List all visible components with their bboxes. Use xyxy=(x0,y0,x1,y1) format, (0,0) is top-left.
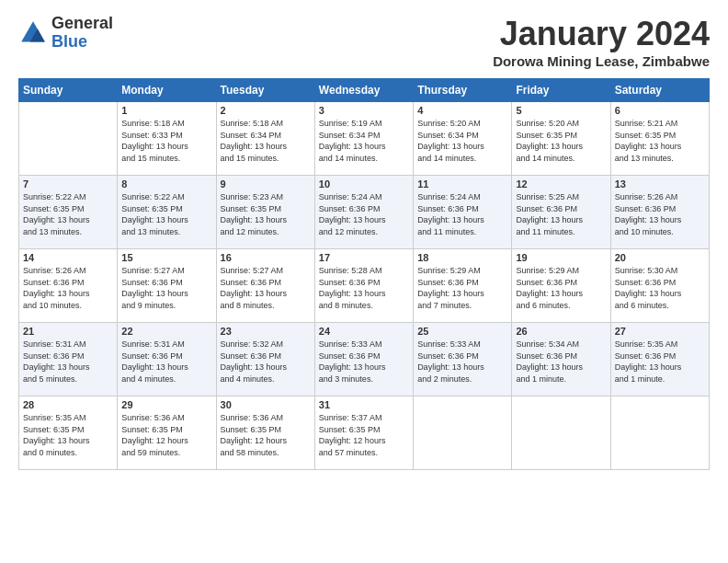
calendar-cell: 29Sunrise: 5:36 AM Sunset: 6:35 PM Dayli… xyxy=(118,396,216,470)
day-info: Sunrise: 5:18 AM Sunset: 6:34 PM Dayligh… xyxy=(221,118,311,164)
calendar-cell xyxy=(414,396,512,470)
calendar-cell: 7Sunrise: 5:22 AM Sunset: 6:35 PM Daylig… xyxy=(19,176,118,249)
header-tuesday: Tuesday xyxy=(216,79,314,102)
calendar-cell: 4Sunrise: 5:20 AM Sunset: 6:34 PM Daylig… xyxy=(414,102,512,176)
day-info: Sunrise: 5:33 AM Sunset: 6:36 PM Dayligh… xyxy=(417,339,507,385)
calendar-cell xyxy=(512,396,610,470)
calendar-table: Sunday Monday Tuesday Wednesday Thursday… xyxy=(18,78,710,470)
calendar-cell: 17Sunrise: 5:28 AM Sunset: 6:36 PM Dayli… xyxy=(314,249,413,323)
month-title: January 2024 xyxy=(493,15,710,53)
day-info: Sunrise: 5:29 AM Sunset: 6:36 PM Dayligh… xyxy=(516,265,606,311)
day-number: 13 xyxy=(615,178,705,190)
day-number: 1 xyxy=(121,105,211,116)
logo-blue-text: Blue xyxy=(51,33,113,52)
calendar-cell: 21Sunrise: 5:31 AM Sunset: 6:36 PM Dayli… xyxy=(19,323,118,396)
day-number: 19 xyxy=(516,252,606,263)
calendar-week-1: 1Sunrise: 5:18 AM Sunset: 6:33 PM Daylig… xyxy=(19,102,710,176)
header-monday: Monday xyxy=(118,79,216,102)
day-number: 23 xyxy=(221,326,311,337)
calendar-cell: 16Sunrise: 5:27 AM Sunset: 6:36 PM Dayli… xyxy=(216,249,314,323)
day-info: Sunrise: 5:21 AM Sunset: 6:35 PM Dayligh… xyxy=(615,118,705,164)
day-info: Sunrise: 5:22 AM Sunset: 6:35 PM Dayligh… xyxy=(121,191,211,237)
day-number: 24 xyxy=(319,326,409,337)
day-number: 4 xyxy=(417,105,507,116)
day-number: 15 xyxy=(121,252,211,263)
calendar-week-5: 28Sunrise: 5:35 AM Sunset: 6:35 PM Dayli… xyxy=(19,396,710,470)
day-number: 14 xyxy=(23,252,113,263)
day-info: Sunrise: 5:34 AM Sunset: 6:36 PM Dayligh… xyxy=(516,339,606,385)
calendar-cell: 9Sunrise: 5:23 AM Sunset: 6:35 PM Daylig… xyxy=(216,176,314,249)
header-thursday: Thursday xyxy=(414,79,512,102)
header: General Blue January 2024 Dorowa Mining … xyxy=(18,15,710,69)
day-number: 22 xyxy=(121,326,211,337)
calendar-cell: 13Sunrise: 5:26 AM Sunset: 6:36 PM Dayli… xyxy=(610,176,709,249)
day-info: Sunrise: 5:18 AM Sunset: 6:33 PM Dayligh… xyxy=(121,118,211,164)
calendar-cell: 19Sunrise: 5:29 AM Sunset: 6:36 PM Dayli… xyxy=(512,249,610,323)
day-number: 11 xyxy=(417,178,507,190)
logo-text: General Blue xyxy=(51,15,113,52)
logo-general-text: General xyxy=(51,15,113,33)
day-info: Sunrise: 5:25 AM Sunset: 6:36 PM Dayligh… xyxy=(516,191,606,237)
logo: General Blue xyxy=(18,15,113,52)
calendar-cell: 30Sunrise: 5:36 AM Sunset: 6:35 PM Dayli… xyxy=(216,396,314,470)
day-info: Sunrise: 5:35 AM Sunset: 6:36 PM Dayligh… xyxy=(615,339,705,385)
day-number: 28 xyxy=(23,399,113,410)
day-info: Sunrise: 5:30 AM Sunset: 6:36 PM Dayligh… xyxy=(615,265,705,311)
day-info: Sunrise: 5:33 AM Sunset: 6:36 PM Dayligh… xyxy=(319,339,409,385)
day-number: 8 xyxy=(121,178,211,190)
calendar-cell: 22Sunrise: 5:31 AM Sunset: 6:36 PM Dayli… xyxy=(118,323,216,396)
day-info: Sunrise: 5:24 AM Sunset: 6:36 PM Dayligh… xyxy=(319,191,409,237)
day-info: Sunrise: 5:24 AM Sunset: 6:36 PM Dayligh… xyxy=(417,191,507,237)
day-info: Sunrise: 5:29 AM Sunset: 6:36 PM Dayligh… xyxy=(417,265,507,311)
day-number: 18 xyxy=(417,252,507,263)
day-number: 31 xyxy=(319,399,409,410)
calendar-cell: 14Sunrise: 5:26 AM Sunset: 6:36 PM Dayli… xyxy=(19,249,118,323)
calendar-cell: 31Sunrise: 5:37 AM Sunset: 6:35 PM Dayli… xyxy=(314,396,413,470)
calendar-cell: 23Sunrise: 5:32 AM Sunset: 6:36 PM Dayli… xyxy=(216,323,314,396)
title-block: January 2024 Dorowa Mining Lease, Zimbab… xyxy=(493,15,710,69)
calendar-cell: 8Sunrise: 5:22 AM Sunset: 6:35 PM Daylig… xyxy=(118,176,216,249)
calendar-cell: 12Sunrise: 5:25 AM Sunset: 6:36 PM Dayli… xyxy=(512,176,610,249)
day-number: 5 xyxy=(516,105,606,116)
page: General Blue January 2024 Dorowa Mining … xyxy=(0,0,728,563)
calendar-cell: 25Sunrise: 5:33 AM Sunset: 6:36 PM Dayli… xyxy=(414,323,512,396)
day-number: 2 xyxy=(221,105,311,116)
day-info: Sunrise: 5:28 AM Sunset: 6:36 PM Dayligh… xyxy=(319,265,409,311)
day-info: Sunrise: 5:23 AM Sunset: 6:35 PM Dayligh… xyxy=(221,191,311,237)
day-info: Sunrise: 5:36 AM Sunset: 6:35 PM Dayligh… xyxy=(221,412,311,458)
header-saturday: Saturday xyxy=(610,79,709,102)
day-info: Sunrise: 5:20 AM Sunset: 6:34 PM Dayligh… xyxy=(417,118,507,164)
day-info: Sunrise: 5:32 AM Sunset: 6:36 PM Dayligh… xyxy=(221,339,311,385)
day-number: 21 xyxy=(23,326,113,337)
calendar-cell: 1Sunrise: 5:18 AM Sunset: 6:33 PM Daylig… xyxy=(118,102,216,176)
day-number: 26 xyxy=(516,326,606,337)
day-number: 12 xyxy=(516,178,606,190)
calendar-cell: 27Sunrise: 5:35 AM Sunset: 6:36 PM Dayli… xyxy=(610,323,709,396)
day-number: 27 xyxy=(615,326,705,337)
day-number: 6 xyxy=(615,105,705,116)
header-sunday: Sunday xyxy=(19,79,118,102)
header-wednesday: Wednesday xyxy=(314,79,413,102)
calendar-cell: 24Sunrise: 5:33 AM Sunset: 6:36 PM Dayli… xyxy=(314,323,413,396)
calendar-cell xyxy=(19,102,118,176)
day-info: Sunrise: 5:26 AM Sunset: 6:36 PM Dayligh… xyxy=(23,265,113,311)
day-info: Sunrise: 5:27 AM Sunset: 6:36 PM Dayligh… xyxy=(221,265,311,311)
day-info: Sunrise: 5:20 AM Sunset: 6:35 PM Dayligh… xyxy=(516,118,606,164)
day-info: Sunrise: 5:31 AM Sunset: 6:36 PM Dayligh… xyxy=(23,339,113,385)
day-number: 7 xyxy=(23,178,113,190)
calendar-cell: 18Sunrise: 5:29 AM Sunset: 6:36 PM Dayli… xyxy=(414,249,512,323)
header-row: Sunday Monday Tuesday Wednesday Thursday… xyxy=(19,79,710,102)
day-number: 3 xyxy=(319,105,409,116)
calendar-cell: 3Sunrise: 5:19 AM Sunset: 6:34 PM Daylig… xyxy=(314,102,413,176)
calendar-week-3: 14Sunrise: 5:26 AM Sunset: 6:36 PM Dayli… xyxy=(19,249,710,323)
day-info: Sunrise: 5:37 AM Sunset: 6:35 PM Dayligh… xyxy=(319,412,409,458)
calendar-cell: 28Sunrise: 5:35 AM Sunset: 6:35 PM Dayli… xyxy=(19,396,118,470)
calendar-cell: 6Sunrise: 5:21 AM Sunset: 6:35 PM Daylig… xyxy=(610,102,709,176)
day-number: 17 xyxy=(319,252,409,263)
day-info: Sunrise: 5:26 AM Sunset: 6:36 PM Dayligh… xyxy=(615,191,705,237)
day-number: 9 xyxy=(221,178,311,190)
calendar-cell: 20Sunrise: 5:30 AM Sunset: 6:36 PM Dayli… xyxy=(610,249,709,323)
calendar-week-4: 21Sunrise: 5:31 AM Sunset: 6:36 PM Dayli… xyxy=(19,323,710,396)
calendar-cell: 26Sunrise: 5:34 AM Sunset: 6:36 PM Dayli… xyxy=(512,323,610,396)
location-title: Dorowa Mining Lease, Zimbabwe xyxy=(493,53,710,69)
